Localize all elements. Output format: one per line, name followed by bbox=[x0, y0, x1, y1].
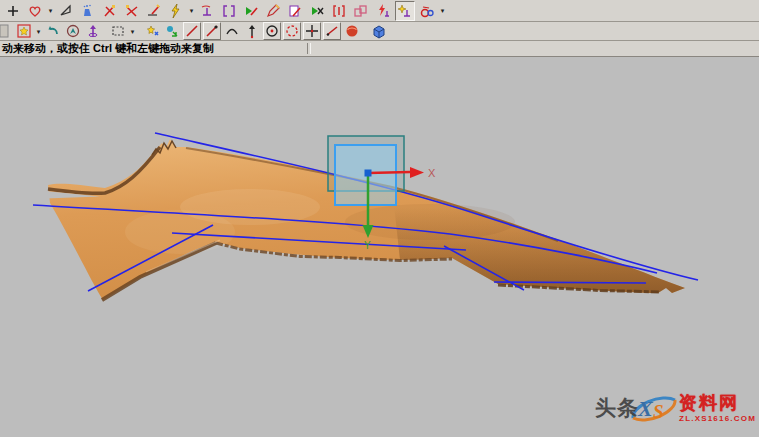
select-tool-dropdown-arrow[interactable]: ▾ bbox=[34, 28, 43, 35]
project-bolt-button[interactable] bbox=[373, 1, 393, 21]
play-pencil-icon bbox=[243, 3, 259, 19]
circle-center-button[interactable] bbox=[263, 22, 281, 40]
status-bar: 动来移动，或按住 Ctrl 键和左键拖动来复制 bbox=[0, 41, 759, 57]
spray-icon bbox=[80, 3, 96, 19]
extend-curve-button[interactable] bbox=[144, 1, 164, 21]
pencil-line-icon bbox=[146, 3, 162, 19]
viewport-3d[interactable]: X Y 头条 X S 资料网 ZL.XS1616.COM bbox=[0, 57, 759, 437]
magic-wand-dropdown-arrow[interactable]: ▾ bbox=[187, 7, 196, 14]
line-by-point-button[interactable] bbox=[203, 22, 221, 40]
select-lasso-dropdown-arrow[interactable]: ▾ bbox=[46, 7, 55, 14]
compass-icon bbox=[65, 23, 81, 39]
box3d-icon bbox=[371, 23, 387, 39]
line-dot-icon bbox=[204, 23, 220, 39]
heart-icon bbox=[27, 3, 43, 19]
bolt-icon bbox=[168, 3, 184, 19]
bracket-icon bbox=[221, 3, 237, 19]
draw-ellipse-button[interactable] bbox=[283, 22, 301, 40]
measure-wheel-button[interactable] bbox=[417, 1, 437, 21]
axis-y-label: Y bbox=[364, 240, 371, 251]
draw-line-button[interactable] bbox=[183, 22, 201, 40]
crosshair-icon bbox=[304, 23, 320, 39]
status-bar-divider bbox=[307, 43, 311, 54]
bolt-perp-icon bbox=[375, 3, 391, 19]
play-x-icon bbox=[309, 3, 325, 19]
status-message: 动来移动，或按住 Ctrl 键和左键拖动来复制 bbox=[0, 41, 214, 56]
snap-fit-button[interactable] bbox=[395, 1, 415, 21]
page-pencil-icon bbox=[287, 3, 303, 19]
star-select-icon bbox=[16, 23, 32, 39]
perpendicular-tool-button[interactable] bbox=[197, 1, 217, 21]
flag-icon bbox=[58, 3, 74, 19]
move-points-button[interactable] bbox=[143, 22, 161, 40]
copy-entities-button[interactable] bbox=[351, 1, 371, 21]
cut-segment-button[interactable] bbox=[307, 1, 327, 21]
edit-curve-button[interactable] bbox=[241, 1, 261, 21]
trim-curve-button[interactable] bbox=[122, 1, 142, 21]
bracket-tool-button[interactable] bbox=[219, 1, 239, 21]
axis-x-arrowhead[interactable] bbox=[410, 167, 424, 178]
place-point-button[interactable] bbox=[303, 22, 321, 40]
add-point-button[interactable] bbox=[3, 1, 23, 21]
curve-segment-bottom[interactable] bbox=[494, 282, 646, 283]
undo-button[interactable] bbox=[44, 22, 62, 40]
orient-ball-button[interactable] bbox=[163, 22, 181, 40]
axis-x-label: X bbox=[428, 167, 436, 179]
vertical-axis-button[interactable] bbox=[243, 22, 261, 40]
edit-sheet-button[interactable] bbox=[285, 1, 305, 21]
star-move-icon bbox=[144, 23, 160, 39]
wheel-icon bbox=[419, 3, 435, 19]
rotate-view-button[interactable] bbox=[84, 22, 102, 40]
erase-curve-button[interactable] bbox=[100, 1, 120, 21]
shaded-view-button[interactable] bbox=[343, 22, 361, 40]
dashed-rect-icon bbox=[110, 23, 126, 39]
measure-wheel-dropdown-arrow[interactable]: ▾ bbox=[438, 7, 447, 14]
line-red-icon bbox=[184, 23, 200, 39]
circle-dashed-icon bbox=[284, 23, 300, 39]
sphere-icon bbox=[344, 23, 360, 39]
scene-canvas: X Y bbox=[0, 57, 759, 437]
pencil-x2-icon bbox=[124, 3, 140, 19]
slanted-line-button[interactable] bbox=[323, 22, 341, 40]
draw-arc-button[interactable] bbox=[223, 22, 241, 40]
arrow-up-icon bbox=[244, 23, 260, 39]
view-compass-button[interactable] bbox=[64, 22, 82, 40]
clipboard-icon bbox=[0, 23, 12, 39]
toolbar-sketch: ▾▾ bbox=[0, 22, 759, 41]
clipboard-button[interactable] bbox=[0, 22, 13, 40]
sketch-curve-button[interactable] bbox=[263, 1, 283, 21]
mirror-section-button[interactable] bbox=[329, 1, 349, 21]
circle-dot-icon bbox=[264, 23, 280, 39]
axis-x-arrow[interactable] bbox=[368, 172, 410, 173]
select-tool-button[interactable] bbox=[15, 22, 33, 40]
pencil-x-icon bbox=[102, 3, 118, 19]
magic-wand-button[interactable] bbox=[166, 1, 186, 21]
bracket-bar-icon bbox=[331, 3, 347, 19]
undo-icon bbox=[45, 23, 61, 39]
perp-icon bbox=[199, 3, 215, 19]
plus-icon bbox=[5, 3, 21, 19]
paint-select-button[interactable] bbox=[78, 1, 98, 21]
origin-handle[interactable] bbox=[365, 170, 372, 177]
arc-icon bbox=[224, 23, 240, 39]
ball-arrow-icon bbox=[164, 23, 180, 39]
sparkle-perp-icon bbox=[397, 3, 413, 19]
rect-select-button[interactable] bbox=[109, 22, 127, 40]
polyline-select-button[interactable] bbox=[56, 1, 76, 21]
view-3d-box-button[interactable] bbox=[370, 22, 388, 40]
app-window: ▾▾▾ ▾▾ 动来移动，或按住 Ctrl 键和左键拖动来复制 bbox=[0, 0, 759, 437]
select-lasso-button[interactable] bbox=[25, 1, 45, 21]
toolbar-main: ▾▾▾ bbox=[0, 0, 759, 22]
rotate-icon bbox=[85, 23, 101, 39]
pencil-icon bbox=[265, 3, 281, 19]
boxes-icon bbox=[353, 3, 369, 19]
rect-select-dropdown-arrow[interactable]: ▾ bbox=[128, 28, 137, 35]
line-red2-icon bbox=[324, 23, 340, 39]
